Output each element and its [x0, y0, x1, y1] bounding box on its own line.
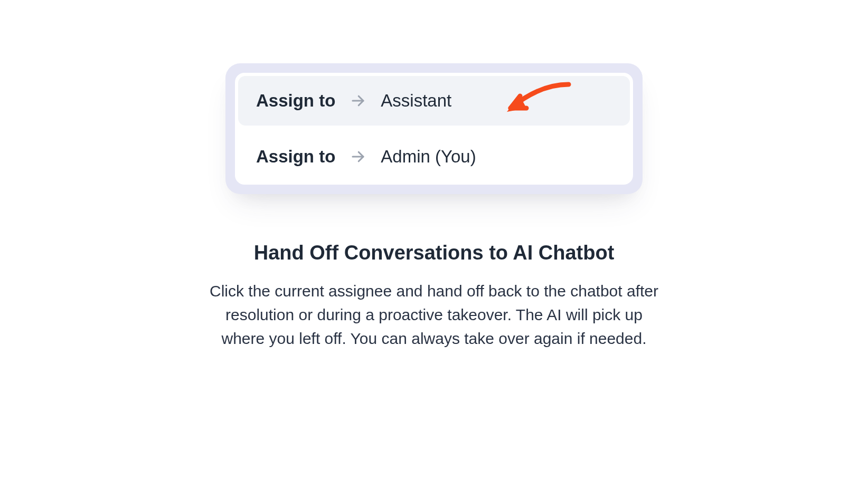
- assign-card: Assign to Assistant Assign to Admin (You…: [225, 63, 643, 194]
- assign-value: Assistant: [381, 91, 451, 111]
- section-description: Click the current assignee and hand off …: [204, 279, 664, 350]
- assign-option-admin[interactable]: Assign to Admin (You): [235, 129, 633, 185]
- arrow-right-icon: [350, 93, 366, 109]
- assign-option-assistant[interactable]: Assign to Assistant: [238, 76, 630, 126]
- assign-list: Assign to Assistant Assign to Admin (You…: [235, 73, 633, 185]
- assign-label: Assign to: [256, 147, 335, 167]
- assign-label: Assign to: [256, 91, 335, 111]
- section-heading: Hand Off Conversations to AI Chatbot: [254, 242, 615, 264]
- assign-value: Admin (You): [381, 147, 476, 167]
- arrow-right-icon: [350, 149, 366, 165]
